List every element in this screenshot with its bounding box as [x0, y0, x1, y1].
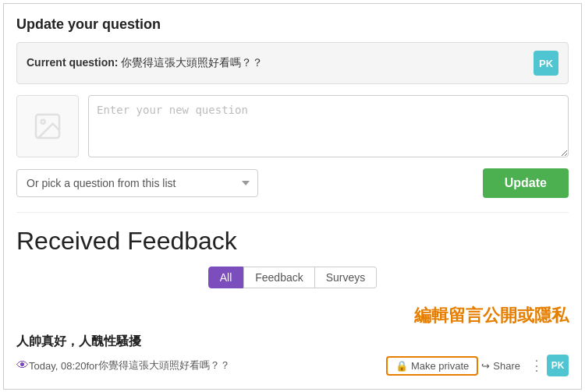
section-divider — [16, 212, 569, 213]
new-question-input[interactable] — [88, 95, 569, 157]
svg-point-1 — [41, 120, 45, 124]
pick-row: Or pick a question from this list Update — [16, 168, 569, 198]
update-title: Update your question — [16, 16, 569, 33]
tab-all[interactable]: All — [208, 267, 244, 288]
current-question-row: Current question: 你覺得這張大頭照好看嗎？？ PK — [16, 42, 569, 84]
feedback-section: Received Feedback All Feedback Surveys 編… — [16, 227, 569, 376]
update-button[interactable]: Update — [483, 168, 569, 198]
tab-surveys[interactable]: Surveys — [315, 267, 378, 288]
make-private-button[interactable]: 🔒 Make private — [386, 356, 478, 376]
feedback-avatar: PK — [547, 355, 569, 376]
avatar: PK — [534, 51, 558, 76]
feedback-for-label: for — [86, 360, 98, 372]
feedback-meta-row: 👁 Today, 08:20 for 你覺得這張大頭照好看嗎？？ 🔒 Make … — [16, 355, 569, 376]
current-question-text: Current question: 你覺得這張大頭照好看嗎？？ — [27, 56, 263, 70]
feedback-item: 人帥真好，人醜性騷擾 👁 Today, 08:20 for 你覺得這張大頭照好看… — [16, 334, 569, 376]
feedback-title: Received Feedback — [16, 227, 569, 256]
current-question-label: Current question: — [27, 56, 118, 69]
make-private-label: Make private — [411, 360, 469, 372]
share-button[interactable]: ↪ Share — [481, 360, 520, 372]
more-options-icon[interactable]: ⋮ — [530, 357, 544, 374]
feedback-item-title: 人帥真好，人醜性騷擾 — [16, 334, 569, 350]
lock-icon: 🔒 — [395, 360, 408, 372]
feedback-time: Today, 08:20 — [29, 360, 86, 372]
annotation-text: 編輯留言公開或隱私 — [16, 304, 569, 327]
update-section: Update your question Current question: 你… — [16, 16, 569, 198]
question-picker[interactable]: Or pick a question from this list — [16, 169, 258, 197]
share-icon: ↪ — [481, 360, 490, 372]
image-placeholder — [16, 95, 79, 157]
eye-icon: 👁 — [16, 358, 29, 373]
share-label: Share — [493, 360, 520, 372]
filter-tabs: All Feedback Surveys — [16, 267, 569, 288]
question-input-row — [16, 95, 569, 157]
main-container: Update your question Current question: 你… — [3, 3, 582, 390]
feedback-question-ref: 你覺得這張大頭照好看嗎？？ — [98, 358, 230, 373]
current-question-value: 你覺得這張大頭照好看嗎？？ — [121, 56, 263, 69]
tab-feedback[interactable]: Feedback — [243, 267, 314, 288]
feedback-actions: 🔒 Make private ↪ Share ⋮ PK — [386, 355, 569, 376]
